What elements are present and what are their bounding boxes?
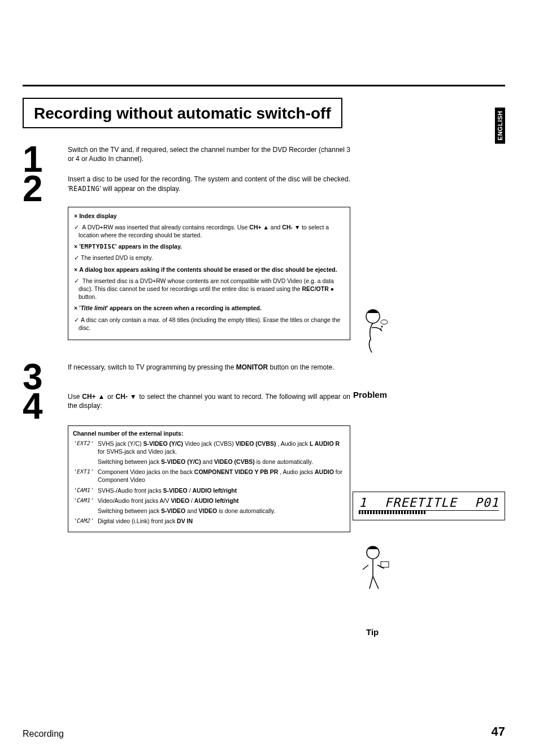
- r5b1: DV IN: [177, 518, 193, 524]
- r3b1: S-VIDEO: [163, 487, 188, 494]
- r4b1: VIDEO: [171, 497, 189, 504]
- display-program: P01: [475, 496, 499, 510]
- s3b: MONITOR: [236, 363, 268, 371]
- r4xb1: S-VIDEO: [161, 507, 185, 514]
- r1xt: is done automatically.: [255, 458, 313, 465]
- r1xa: Switching between jack: [98, 458, 161, 465]
- step-4-text: Use CH+ ▲ or CH- ▼ to select the channel…: [68, 392, 350, 410]
- display-underline: [359, 510, 499, 511]
- pb-l1mid: and: [269, 224, 282, 231]
- step-number-4: 4: [23, 391, 68, 422]
- r1b1: S-VIDEO (Y/C): [144, 440, 184, 447]
- row-ext1: Component Video jacks on the back COMPON…: [98, 468, 345, 486]
- step-2-text: Insert a disc to be used for the recordi…: [68, 175, 350, 193]
- pb-l3c: button.: [79, 293, 97, 300]
- pb-h2code: EMPTYDISC: [81, 243, 115, 250]
- r1a: SVHS jack (Y/C): [98, 440, 144, 447]
- table-row: 'CAM1' SVHS-/Audio front jacks S-VIDEO /…: [73, 486, 345, 497]
- r3m: /: [188, 487, 193, 494]
- code-cam2: 'CAM2': [73, 517, 98, 527]
- step-number-2: 2: [23, 173, 68, 204]
- lcd-display-panel: 1 FREETITLE P01: [353, 492, 505, 520]
- code-cam1b: 'CAM1': [73, 497, 98, 517]
- pb-h1: Index display: [79, 212, 117, 219]
- display-progress-bar: [359, 511, 427, 514]
- tipbox-table: 'EXT2' SVHS jack (Y/C) S-VIDEO (Y/C) Vid…: [73, 440, 345, 528]
- footer-section: Recording: [23, 729, 64, 739]
- pb-h2b: ' appears in the display.: [115, 243, 182, 250]
- section-title: Recording without automatic switch-off: [34, 105, 331, 123]
- pb-l1b2: CH- ▼: [282, 224, 300, 231]
- r1b3: L AUDIO R: [310, 440, 340, 447]
- x-icon: [74, 243, 79, 250]
- tip-label: Tip: [366, 627, 379, 637]
- step-2-code: READING: [69, 185, 99, 193]
- code-ext1: 'EXT1': [73, 468, 98, 486]
- pb-l3: The inserted disc is a DVD+RW whose cont…: [74, 277, 344, 301]
- pb-h3: A dialog box appears asking if the conte…: [79, 266, 337, 273]
- r1m1: Video jack (CVBS): [183, 440, 236, 447]
- pb-l3b: REC/OTR ●: [302, 285, 334, 292]
- table-row: 'EXT2' SVHS jack (Y/C) S-VIDEO (Y/C) Vid…: [73, 440, 345, 468]
- page-footer: Recording 47: [23, 724, 505, 739]
- display-title: FREETITLE: [385, 496, 457, 510]
- pb-l1b1: CH+ ▲: [249, 224, 269, 231]
- pb-l1a: A DVD+RW was inserted that already conta…: [82, 224, 249, 231]
- pb-l3a: The inserted disc is a DVD+RW whose cont…: [79, 277, 334, 292]
- step-1-text: Switch on the TV and, if required, selec…: [68, 145, 350, 163]
- svg-point-1: [381, 320, 388, 324]
- r5a: Digital video (i.Link) front jack: [98, 518, 177, 524]
- s3c: button on the remote.: [268, 363, 334, 371]
- r4b2: AUDIO left/right: [194, 497, 239, 504]
- problem-label: Problem: [353, 390, 387, 399]
- section-title-box: Recording without automatic switch-off: [23, 98, 342, 128]
- step-3-text: If necessary, switch to TV programming b…: [68, 363, 350, 372]
- problem-info-box: Index display A DVD+RW was inserted that…: [68, 207, 350, 340]
- pb-l2: The inserted DVD is empty.: [74, 254, 344, 262]
- display-track-num: 1: [359, 496, 367, 510]
- r3b2: AUDIO left/right: [193, 487, 237, 494]
- s4b2: CH- ▼: [116, 393, 137, 401]
- r4xt: is done automatically.: [217, 507, 275, 514]
- r2b2: AUDIO: [315, 468, 334, 475]
- row-ext2: SVHS jack (Y/C) S-VIDEO (Y/C) Video jack…: [98, 440, 345, 468]
- tipbox-head: Channel number of the external inputs:: [73, 429, 345, 437]
- r4xm: and: [185, 507, 198, 514]
- row-cam2: Digital video (i.Link) front jack DV IN: [98, 517, 345, 527]
- svg-rect-5: [381, 562, 389, 567]
- r4a: Video/Audio front jacks A/V: [98, 497, 171, 504]
- r4xa: Switching between jack: [98, 507, 161, 514]
- problem-figure-icon: [356, 305, 390, 356]
- x-icon: [74, 266, 79, 273]
- pb-h4b: ' appears on the screen when a recording…: [107, 305, 262, 311]
- table-row: 'EXT1' Component Video jacks on the back…: [73, 468, 345, 486]
- r4xb2: VIDEO: [199, 507, 218, 514]
- step-2-text-b: ' will appear on the display.: [99, 185, 180, 193]
- table-row: 'CAM1' Video/Audio front jacks A/V VIDEO…: [73, 497, 345, 517]
- r3a: SVHS-/Audio front jacks: [98, 487, 163, 494]
- row-cam1b: Video/Audio front jacks A/V VIDEO / AUDI…: [98, 497, 345, 517]
- pb-h4i: Title limit: [81, 305, 107, 311]
- code-ext2: 'EXT2': [73, 440, 98, 468]
- s4m: or: [105, 393, 116, 401]
- top-rule: [23, 85, 505, 86]
- code-cam1a: 'CAM1': [73, 486, 98, 497]
- table-row: 'CAM2' Digital video (i.Link) front jack…: [73, 517, 345, 527]
- row-cam1a: SVHS-/Audio front jacks S-VIDEO / AUDIO …: [98, 486, 345, 497]
- r2b1: COMPONENT VIDEO Y PB PR: [194, 468, 278, 475]
- r2a: Component Video jacks on the back: [98, 468, 194, 475]
- s4a: Use: [68, 393, 82, 401]
- footer-page-number: 47: [492, 724, 505, 739]
- pb-l4: A disc can only contain a max. of 48 tit…: [74, 316, 344, 332]
- r1xb1: S-VIDEO (Y/C): [161, 458, 201, 465]
- svg-point-2: [381, 326, 383, 328]
- tip-info-box: Channel number of the external inputs: '…: [68, 425, 350, 533]
- r1xm: and: [201, 458, 214, 465]
- r1b2: VIDEO (CVBS): [236, 440, 276, 447]
- tip-figure-icon: [356, 542, 390, 593]
- r1t: for SVHS-jack and Video jack.: [98, 448, 177, 455]
- r4m: /: [189, 497, 194, 504]
- r1xb2: VIDEO (CVBS): [214, 458, 255, 465]
- language-tab: ENGLISH: [495, 107, 505, 144]
- r1m2: , Audio jack: [276, 440, 310, 447]
